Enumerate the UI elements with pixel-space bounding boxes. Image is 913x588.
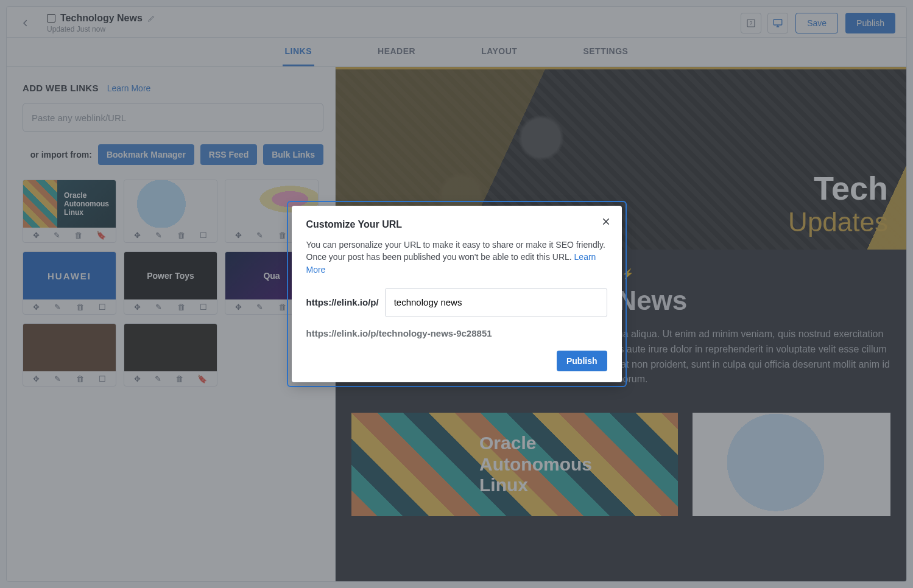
close-icon (601, 217, 611, 226)
close-button[interactable] (601, 217, 611, 226)
modal-publish-button[interactable]: Publish (557, 351, 607, 371)
slug-input[interactable] (385, 288, 607, 317)
modal-body: You can personalize your URL to make it … (306, 239, 607, 276)
full-url-preview: https://elink.io/p/technology-news-9c288… (306, 328, 607, 338)
modal-highlight-ring: Customize Your URL You can personalize y… (287, 201, 627, 387)
modal-title: Customize Your URL (306, 219, 607, 230)
modal-overlay[interactable]: Customize Your URL You can personalize y… (0, 0, 913, 588)
url-prefix: https://elink.io/p/ (306, 297, 379, 307)
customize-url-modal: Customize Your URL You can personalize y… (292, 206, 622, 382)
